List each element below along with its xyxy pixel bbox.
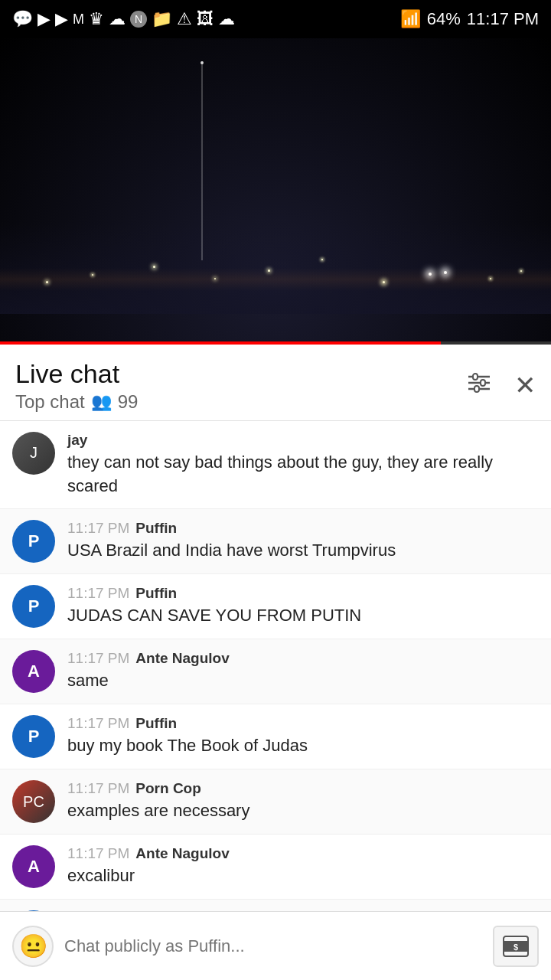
message-author: jay (67, 432, 87, 448)
message-time: 11:17 PM (67, 520, 129, 536)
chat-header-right: ✕ (465, 370, 536, 400)
svg-rect-4 (481, 380, 485, 386)
svg-text:$: $ (514, 942, 518, 952)
close-icon[interactable]: ✕ (514, 370, 536, 400)
time-display: 11:17 PM (467, 9, 539, 29)
superchat-button[interactable]: $ (493, 926, 539, 967)
wifi-icon: 📶 (400, 9, 421, 29)
message-text: same (67, 669, 539, 693)
emoji-button[interactable]: 😐 (12, 926, 54, 967)
chat-header: Live chat Top chat 👥 99 ✕ (0, 345, 551, 421)
message-content: 11:17 PMAnte Nagulov same (67, 650, 539, 693)
message-content: 11:17 PMPuffin buy my book The Book of J… (67, 715, 539, 758)
message-time: 11:17 PM (67, 780, 129, 796)
avatar: J (12, 432, 55, 475)
avatar: P (12, 715, 55, 758)
filter-icon[interactable] (465, 371, 493, 400)
chat-input-field[interactable] (64, 926, 482, 967)
message-text: excalibur (67, 864, 539, 888)
message-text: USA Brazil and India have worst Trumpvir… (67, 539, 539, 563)
message-icon: 💬 (12, 9, 33, 29)
avatar: P (12, 520, 55, 563)
chat-title: Live chat (15, 358, 138, 390)
message-meta: 11:17 PMPuffin (67, 585, 539, 602)
chat-input-bar: 😐 $ (0, 911, 551, 980)
chat-message: P 11:17 PMPuffin USA Brazil and India ha… (0, 509, 551, 574)
message-content: 11:17 PMPorn Cop examples are necessary (67, 780, 539, 823)
youtube-icon: ▶ (55, 9, 68, 29)
svg-rect-3 (473, 374, 478, 380)
message-text: JUDAS CAN SAVE YOU FROM PUTIN (67, 604, 539, 628)
chat-message: P 11:17 PMPuffin buy my book The Book of… (0, 704, 551, 769)
play-icon: ▶ (37, 9, 51, 29)
cloud2-icon: ☁ (218, 9, 235, 29)
message-author: Puffin (135, 715, 177, 731)
message-time: 11:17 PM (67, 845, 129, 861)
message-author: Ante Nagulov (135, 650, 229, 666)
chat-messages-list: J jay they can not say bad things about … (0, 421, 551, 965)
message-time: 11:17 PM (67, 585, 129, 601)
chat-subtitle: Top chat 👥 99 (15, 391, 138, 413)
message-text: buy my book The Book of Judas (67, 734, 539, 758)
chat-header-left: Live chat Top chat 👥 99 (15, 358, 138, 413)
folder-icon: 📁 (152, 9, 172, 29)
avatar: A (12, 845, 55, 888)
message-meta: 11:17 PMAnte Nagulov (67, 845, 539, 862)
battery-text: 64% (427, 9, 461, 29)
svg-rect-5 (474, 386, 479, 392)
n-icon: N (130, 11, 147, 28)
chat-message: A 11:17 PMAnte Nagulov same (0, 639, 551, 704)
message-content: 11:17 PMPuffin USA Brazil and India have… (67, 520, 539, 563)
message-meta: 11:17 PMPuffin (67, 715, 539, 732)
viewer-count: 99 (118, 391, 139, 413)
video-overlay (0, 38, 551, 345)
status-bar-notifications: 💬 ▶ ▶ M ♛ ☁ N 📁 ⚠ 🖼 ☁ (12, 9, 235, 29)
emoji-icon: 😐 (19, 933, 47, 959)
avatar: PC (12, 780, 55, 823)
chat-message: J jay they can not say bad things about … (0, 421, 551, 510)
chat-message: A 11:17 PMAnte Nagulov excalibur (0, 835, 551, 900)
crown-icon: ♛ (89, 9, 104, 29)
cloud-icon: ☁ (109, 9, 126, 29)
person-icon: 👥 (91, 392, 112, 412)
message-meta: 11:17 PMPorn Cop (67, 780, 539, 797)
avatar: P (12, 585, 55, 628)
message-content: 11:17 PMPuffin JUDAS CAN SAVE YOU FROM P… (67, 585, 539, 628)
video-progress-fill (0, 341, 441, 345)
message-author: Porn Cop (135, 780, 201, 796)
message-author: Puffin (135, 585, 177, 601)
status-bar: 💬 ▶ ▶ M ♛ ☁ N 📁 ⚠ 🖼 ☁ 📶 64% 11:17 PM (0, 0, 551, 38)
avatar: A (12, 650, 55, 693)
status-bar-system: 📶 64% 11:17 PM (400, 9, 539, 29)
message-meta: jay (67, 432, 539, 449)
video-player[interactable] (0, 38, 551, 345)
top-chat-label[interactable]: Top chat (15, 391, 85, 413)
message-meta: 11:17 PMAnte Nagulov (67, 650, 539, 667)
image-icon: 🖼 (197, 9, 214, 29)
message-meta: 11:17 PMPuffin (67, 520, 539, 537)
message-author: Puffin (135, 520, 177, 536)
message-time: 11:17 PM (67, 650, 129, 666)
warning-icon: ⚠ (177, 9, 192, 29)
message-content: 11:17 PMAnte Nagulov excalibur (67, 845, 539, 888)
message-text: they can not say bad things about the gu… (67, 451, 539, 498)
live-chat-panel: Live chat Top chat 👥 99 ✕ (0, 345, 551, 980)
message-content: jay they can not say bad things about th… (67, 432, 539, 498)
message-text: examples are necessary (67, 799, 539, 823)
chat-message: P 11:17 PMPuffin JUDAS CAN SAVE YOU FROM… (0, 574, 551, 639)
message-author: Ante Nagulov (135, 845, 229, 861)
message-time: 11:17 PM (67, 715, 129, 731)
m-icon: M (73, 11, 84, 28)
video-progress-bar[interactable] (0, 341, 551, 345)
chat-message: PC 11:17 PMPorn Cop examples are necessa… (0, 769, 551, 835)
